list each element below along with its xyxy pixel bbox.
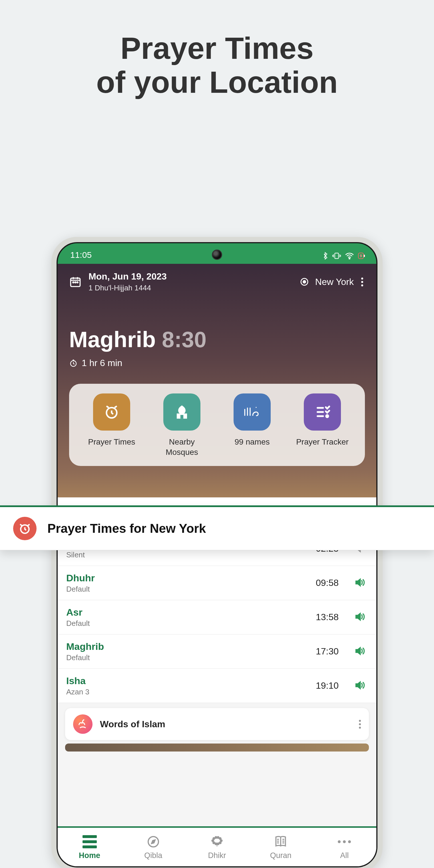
location-button[interactable]: New York [315, 277, 354, 287]
svg-point-19 [219, 842, 221, 844]
tasbih-icon [193, 834, 241, 849]
vibrate-icon [332, 252, 341, 259]
prayer-time: 19:10 [316, 680, 339, 691]
nav-all[interactable]: All [320, 834, 369, 860]
phone-screen: 11:05 9 Mon, Jun 19, 2023 1 Dhu'l-Hijjah… [57, 242, 377, 867]
tile-label: Prayer Tracker [292, 437, 352, 447]
prayer-name: Isha [66, 675, 89, 686]
status-icons: 9 [323, 252, 364, 260]
svg-point-14 [213, 837, 215, 839]
alarm-clock-icon [13, 517, 36, 540]
svg-point-1 [349, 258, 350, 259]
svg-point-23 [212, 840, 214, 842]
tile-label: Prayer Times [82, 437, 142, 447]
nav-qibla[interactable]: Qibla [129, 834, 178, 860]
next-prayer: Maghrib 8:30 [69, 327, 365, 352]
svg-point-16 [217, 836, 219, 838]
nav-label: All [320, 851, 369, 860]
next-prayer-name: Maghrib [69, 327, 156, 352]
mosque-icon [163, 394, 200, 431]
headline-line-1: Prayer Times [0, 31, 434, 65]
quick-tiles-card: Prayer Times Nearby Mosques 99 names [69, 384, 365, 466]
words-card-title: Words of Islam [100, 719, 165, 730]
prayer-time: 13:58 [316, 612, 339, 622]
more-horizontal-icon [320, 834, 369, 849]
next-prayer-time: 8:30 [162, 327, 207, 352]
status-time: 11:05 [70, 250, 92, 260]
prayer-name: Dhuhr [66, 572, 95, 584]
image-strip [65, 744, 369, 751]
words-more-button[interactable] [359, 720, 361, 728]
prayer-row[interactable]: IshaAzan 319:10 [58, 669, 376, 703]
nav-label: Qibla [129, 851, 178, 860]
prayer-time: 17:30 [316, 646, 339, 657]
tile-99-names[interactable]: 99 names [222, 394, 282, 457]
svg-point-5 [77, 282, 78, 283]
prayer-row[interactable]: AsrDefault13:58 [58, 600, 376, 634]
headline-line-2: of your Location [0, 65, 434, 99]
svg-rect-0 [335, 253, 339, 258]
svg-point-18 [220, 840, 222, 842]
nav-label: Home [65, 851, 114, 860]
nav-home[interactable]: Home [65, 834, 114, 860]
prayer-info: DhuhrDefault [66, 572, 95, 594]
words-of-islam-card[interactable]: Words of Islam [65, 708, 369, 740]
svg-point-17 [219, 837, 221, 839]
prayer-notification-setting: Default [66, 585, 95, 594]
prayer-notification-setting: Default [66, 653, 104, 662]
svg-point-22 [213, 842, 215, 844]
tile-label: 99 names [222, 437, 282, 447]
countdown-text: 1 hr 6 min [82, 358, 122, 368]
location-pin-icon [299, 277, 310, 287]
svg-rect-11 [181, 415, 183, 418]
nav-label: Dhikr [193, 851, 241, 860]
countdown: 1 hr 6 min [69, 358, 365, 368]
nav-dhikr[interactable]: Dhikr [193, 834, 241, 860]
hero-panel: Mon, Jun 19, 2023 1 Dhu'l-Hijjah 1444 Ne… [58, 264, 376, 497]
checklist-icon [304, 394, 341, 431]
battery-icon: 9 [358, 253, 364, 259]
phone-frame: 11:05 9 Mon, Jun 19, 2023 1 Dhu'l-Hijjah… [52, 237, 382, 868]
more-menu-button[interactable] [360, 276, 365, 288]
wifi-icon [345, 252, 354, 259]
tile-nearby-mosques[interactable]: Nearby Mosques [152, 394, 212, 457]
main-content: Fajr10 mins before, Azan 100:45SunriseSi… [58, 497, 376, 866]
home-icon [65, 834, 114, 849]
prayer-info: AsrDefault [66, 607, 90, 628]
svg-point-12 [326, 415, 328, 417]
sound-on-icon[interactable] [354, 680, 366, 692]
prayer-name: Asr [66, 607, 90, 618]
allah-calligraphy-icon [234, 394, 271, 431]
sound-on-icon[interactable] [354, 611, 366, 624]
overlay-banner: Prayer Times for New York [0, 505, 434, 550]
book-icon [256, 834, 305, 849]
prayer-notification-setting: Silent [66, 551, 102, 559]
hijri-date: 1 Dhu'l-Hijjah 1444 [89, 283, 167, 292]
svg-point-3 [73, 282, 74, 283]
phone-camera [212, 250, 222, 260]
bluetooth-icon [323, 252, 328, 260]
nav-label: Quran [256, 851, 305, 860]
date-block[interactable]: Mon, Jun 19, 2023 1 Dhu'l-Hijjah 1444 [69, 271, 167, 292]
timer-icon [69, 359, 78, 368]
svg-point-4 [75, 282, 76, 283]
tile-prayer-tracker[interactable]: Prayer Tracker [292, 394, 352, 457]
prayer-info: MaghribDefault [66, 641, 104, 662]
prayer-time: 09:58 [316, 578, 339, 588]
nav-quran[interactable]: Quran [256, 834, 305, 860]
sound-on-icon[interactable] [354, 645, 366, 658]
hands-heart-icon [73, 714, 93, 734]
compass-icon [129, 834, 178, 849]
calendar-icon [69, 276, 82, 288]
prayer-info: IshaAzan 3 [66, 675, 89, 696]
prayer-row[interactable]: MaghribDefault17:30 [58, 634, 376, 669]
tile-prayer-times[interactable]: Prayer Times [82, 394, 142, 457]
sound-on-icon[interactable] [354, 577, 366, 589]
prayer-row[interactable]: DhuhrDefault09:58 [58, 566, 376, 600]
banner-title: Prayer Times for New York [48, 521, 206, 536]
gregorian-date: Mon, Jun 19, 2023 [89, 271, 167, 282]
tile-label: Nearby Mosques [152, 437, 212, 457]
app-store-headline: Prayer Times of your Location [0, 0, 434, 99]
prayer-notification-setting: Default [66, 619, 90, 628]
prayer-name: Maghrib [66, 641, 104, 652]
